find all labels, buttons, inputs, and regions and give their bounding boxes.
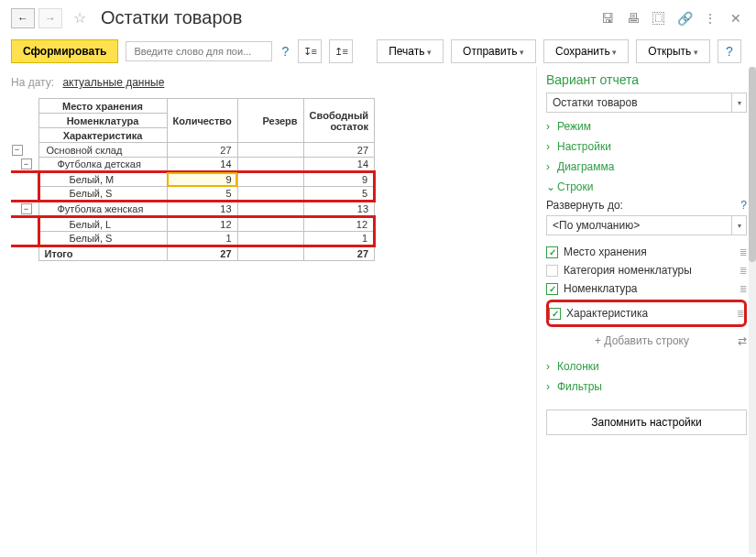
row-name: Белый, L bbox=[70, 219, 112, 230]
cell-qty: 13 bbox=[167, 202, 237, 217]
check-label: Место хранения bbox=[564, 246, 734, 258]
print-button[interactable]: Печать bbox=[377, 39, 444, 63]
cell-reserve bbox=[237, 187, 303, 202]
back-button[interactable]: ← bbox=[11, 8, 35, 28]
cell-free: 27 bbox=[303, 143, 374, 158]
add-row-button[interactable]: + Добавить строку ⇄ bbox=[546, 329, 747, 353]
content-area: На дату: актуальные данные Место хранени… bbox=[0, 67, 756, 554]
forward-button[interactable]: → bbox=[38, 8, 62, 28]
cell-qty: 5 bbox=[167, 187, 237, 202]
cell-free: 9 bbox=[303, 172, 374, 187]
total-qty: 27 bbox=[167, 246, 237, 261]
cell-free: 5 bbox=[303, 187, 374, 202]
favorite-icon[interactable]: ☆ bbox=[70, 8, 90, 28]
date-value-link[interactable]: актуальные данные bbox=[62, 76, 164, 89]
page-title: Остатки товаров bbox=[101, 7, 595, 28]
header-actions: 🖫 🖶 ⿴ 🔗 ⋮ ✕ bbox=[598, 9, 745, 27]
th-char: Характеристика bbox=[38, 128, 167, 143]
expand-select[interactable]: <По умолчанию> ▾ bbox=[546, 215, 747, 235]
check-row[interactable]: ✓Номенклатура≣ bbox=[546, 279, 747, 298]
table-row[interactable]: −Основной склад2727 bbox=[11, 143, 375, 158]
more-icon[interactable]: ⋮ bbox=[701, 9, 719, 27]
cell-reserve bbox=[237, 158, 303, 172]
report-tbody: −Основной склад2727−Футболка детская1414… bbox=[11, 143, 375, 261]
variant-dropdown-icon[interactable]: ▾ bbox=[732, 93, 747, 113]
expand-to-label: Развернуть до: ? bbox=[546, 199, 747, 212]
cell-qty: 9 bbox=[167, 172, 237, 187]
tree-toggle-icon[interactable]: − bbox=[12, 145, 23, 156]
generate-button[interactable]: Сформировать bbox=[11, 39, 118, 63]
th-nomen: Номенклатура bbox=[38, 114, 167, 128]
cell-qty: 12 bbox=[167, 217, 237, 232]
variant-select[interactable]: Остатки товаров ▾ bbox=[546, 93, 747, 113]
checkbox[interactable]: ✓ bbox=[546, 283, 558, 295]
expand-help-icon[interactable]: ? bbox=[740, 199, 747, 212]
check-label: Категория номенклатуры bbox=[564, 264, 734, 277]
drag-handle-icon[interactable]: ≣ bbox=[740, 284, 747, 294]
table-row[interactable]: −Футболка детская1414 bbox=[11, 158, 375, 172]
header-bar: ← → ☆ Остатки товаров 🖫 🖶 ⿴ 🔗 ⋮ ✕ bbox=[0, 0, 756, 36]
checkbox[interactable]: ✓ bbox=[546, 265, 558, 277]
print-icon[interactable]: 🖶 bbox=[624, 9, 642, 27]
section-settings[interactable]: Настройки bbox=[546, 140, 747, 153]
drag-handle-icon[interactable]: ≣ bbox=[737, 309, 744, 319]
section-chart[interactable]: Диаграмма bbox=[546, 160, 747, 173]
section-mode[interactable]: Режим bbox=[546, 120, 747, 133]
row-name: Белый, S bbox=[70, 233, 113, 244]
save-button[interactable]: Сохранить bbox=[543, 39, 629, 63]
tree-toggle-icon[interactable]: − bbox=[21, 203, 32, 214]
cell-qty: 14 bbox=[167, 158, 237, 172]
help-button[interactable]: ? bbox=[718, 39, 741, 63]
toolbar: Сформировать ? ↧≡ ↥≡ Печать Отправить Со… bbox=[0, 36, 756, 67]
cell-free: 12 bbox=[303, 217, 374, 232]
table-row[interactable]: Белый, S11 bbox=[11, 232, 375, 246]
close-icon[interactable]: ✕ bbox=[727, 9, 745, 27]
row-name: Футболка женская bbox=[58, 203, 144, 214]
cell-reserve bbox=[237, 202, 303, 217]
check-row[interactable]: ✓Характеристика≣ bbox=[549, 304, 744, 322]
row-name: Футболка детская bbox=[58, 158, 141, 169]
th-qty: Количество bbox=[167, 99, 237, 143]
drag-handle-icon[interactable]: ≣ bbox=[740, 266, 747, 276]
shuffle-icon[interactable]: ⇄ bbox=[738, 334, 747, 347]
cell-free: 13 bbox=[303, 202, 374, 217]
sort-desc-button[interactable]: ↥≡ bbox=[329, 39, 353, 63]
report-table: Место хранения Количество Резерв Свободн… bbox=[11, 98, 376, 261]
link-icon[interactable]: 🔗 bbox=[675, 9, 694, 27]
table-row[interactable]: Белый, L1212 bbox=[11, 217, 375, 232]
table-total-row: Итого2727 bbox=[11, 246, 375, 261]
row-name: Белый, S bbox=[70, 188, 113, 199]
expand-dropdown-icon[interactable]: ▾ bbox=[732, 215, 747, 235]
row-name: Основной склад bbox=[47, 145, 123, 156]
date-label: На дату: bbox=[11, 76, 54, 89]
total-label: Итого bbox=[38, 246, 167, 261]
drag-handle-icon[interactable]: ≣ bbox=[740, 247, 747, 257]
panel-scrollbar[interactable] bbox=[749, 67, 756, 554]
table-row[interactable]: Белый, S55 bbox=[11, 187, 375, 202]
tree-toggle-icon[interactable]: − bbox=[21, 158, 32, 169]
cell-reserve bbox=[237, 172, 303, 187]
th-location: Место хранения bbox=[38, 99, 167, 114]
section-rows[interactable]: Строки bbox=[546, 180, 747, 193]
check-row[interactable]: ✓Место хранения≣ bbox=[546, 243, 747, 261]
check-row[interactable]: ✓Категория номенклатуры≣ bbox=[546, 261, 747, 279]
open-button[interactable]: Открыть bbox=[636, 39, 710, 63]
variant-value: Остатки товаров bbox=[546, 93, 732, 113]
checkbox[interactable]: ✓ bbox=[546, 246, 558, 258]
search-input[interactable] bbox=[126, 41, 272, 61]
section-cols[interactable]: Колонки bbox=[546, 360, 747, 373]
preview-icon[interactable]: ⿴ bbox=[650, 9, 668, 27]
section-filters[interactable]: Фильтры bbox=[546, 380, 747, 393]
cell-qty: 1 bbox=[167, 232, 237, 246]
date-filter: На дату: актуальные данные bbox=[11, 76, 525, 89]
send-button[interactable]: Отправить bbox=[451, 39, 536, 63]
memorize-button[interactable]: Запомнить настройки bbox=[546, 410, 747, 435]
check-label: Характеристика bbox=[566, 307, 731, 320]
checkbox[interactable]: ✓ bbox=[549, 308, 561, 320]
table-row[interactable]: −Футболка женская1313 bbox=[11, 202, 375, 217]
search-help-icon[interactable]: ? bbox=[279, 44, 290, 59]
table-row[interactable]: Белый, M99 bbox=[11, 172, 375, 187]
sort-asc-button[interactable]: ↧≡ bbox=[298, 39, 322, 63]
panel-title: Вариант отчета bbox=[546, 72, 747, 87]
save-icon[interactable]: 🖫 bbox=[598, 9, 617, 27]
